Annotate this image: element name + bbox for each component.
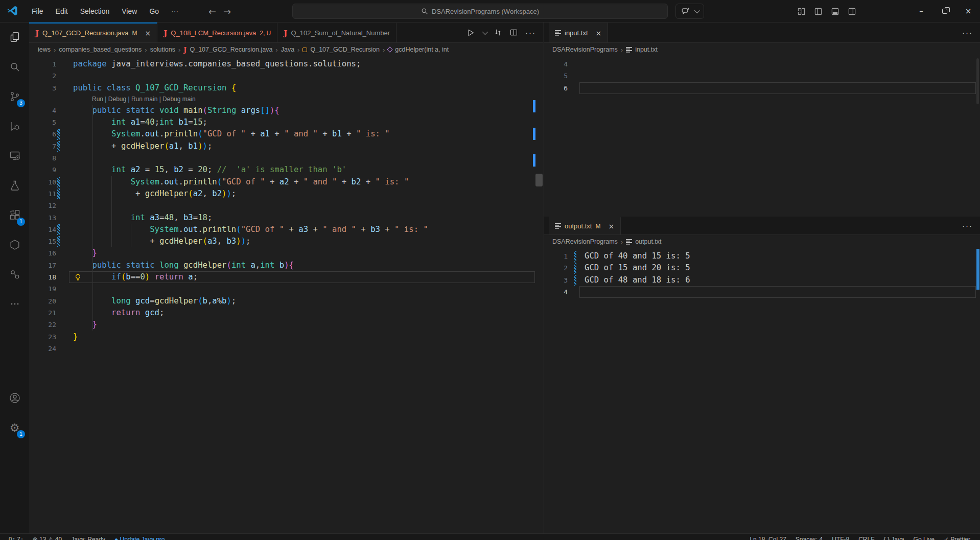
code-line[interactable]: 11 + gcdHelper(a2, b2)); [29,188,543,200]
status-bar-item[interactable]: UTF-8 [828,534,853,540]
code-line[interactable]: 6 System.out.println("GCD of " + a1 + " … [29,128,543,140]
code-line[interactable]: 8 [29,152,543,164]
code-line[interactable]: 1package java_interviews.companies_based… [29,58,543,70]
tab-q107-gcd-recursion[interactable]: J Q_107_GCD_Recursion.java M × [29,22,157,42]
more-actions-icon[interactable]: ··· [525,28,536,37]
code-line[interactable]: 7 + gcdHelper(a1, b1)); [29,140,543,152]
breadcrumb-item[interactable]: DSARevisionPrograms [552,238,618,245]
status-bar-item[interactable]: ⊗ 13 ⚠ 40 [29,534,66,540]
account-icon[interactable] [0,383,29,413]
settings-gear-icon[interactable]: ⚙ 1 [0,413,29,442]
tab-output-txt[interactable]: output.txt M × [549,217,621,234]
code-line[interactable]: 24 [29,343,543,355]
breadcrumb-item[interactable]: companies_based_questions [59,46,142,53]
more-views-icon[interactable] [0,289,29,319]
code-line[interactable]: 3GCD of 48 and 18 is: 6 [544,274,980,286]
code-line[interactable]: 4 public static void main(String args[])… [29,105,543,116]
code-line[interactable]: 14 System.out.println("GCD of " + a3 + "… [29,224,543,236]
customize-layout-icon[interactable] [797,7,806,16]
breadcrumb-item[interactable]: solutions [150,46,175,53]
menu-file[interactable]: File [26,5,50,18]
nav-forward-icon[interactable]: → [223,6,231,17]
code-editor-main[interactable]: 1package java_interviews.companies_based… [29,56,543,533]
code-line[interactable]: 13 int a3=48, b3=18; [29,212,543,224]
code-line[interactable]: 12 [29,200,543,212]
close-tab-icon[interactable]: × [145,29,151,37]
explorer-icon[interactable] [0,22,29,52]
code-line[interactable]: 4 [544,286,980,298]
copilot-button[interactable] [675,4,704,19]
source-control-icon[interactable]: 3 [0,82,29,111]
code-line[interactable]: 16 } [29,247,543,259]
code-line[interactable]: 1GCD of 40 and 15 is: 5 [544,250,980,262]
breadcrumb-item[interactable]: Java [281,46,294,53]
code-editor-input[interactable]: 456 [544,56,980,217]
code-editor-output[interactable]: 1GCD of 40 and 15 is: 52GCD of 15 and 20… [544,248,980,533]
split-editor-icon[interactable] [509,28,518,37]
run-debug-icon[interactable] [0,111,29,141]
organization-extension-icon[interactable] [0,260,29,289]
code-line[interactable]: 19 [29,283,543,295]
menu-edit[interactable]: Edit [50,5,74,18]
code-line[interactable]: 9 int a2 = 15, b2 = 20; // 'a' is smalle… [29,164,543,176]
restore-button[interactable] [933,0,956,22]
close-window-button[interactable]: × [956,0,980,22]
code-line[interactable]: 18 if(b==0) return a; [29,271,543,283]
breadcrumb-item[interactable]: DSARevisionPrograms [552,46,618,53]
code-line[interactable]: 17 public static long gcdHelper(int a,in… [29,260,543,271]
run-dropdown-chevron-icon[interactable] [482,29,488,34]
code-line[interactable]: 5 int a1=40;int b1=15; [29,116,543,128]
tab-q108-lcm-recursion[interactable]: J Q_108_LCM_Recursion.java 2, U [157,22,277,42]
status-bar-item[interactable]: Go Live [910,534,938,540]
synchronize-changes-icon[interactable] [494,28,502,37]
breadcrumb-item[interactable]: gcdHelper(int a, int [395,46,449,53]
menu-view[interactable]: View [115,5,143,18]
status-bar-item[interactable]: Java: Ready [67,534,109,540]
code-line[interactable]: 20 long gcd=gcdHelper(b,a%b); [29,295,543,307]
menu-more[interactable]: ··· [165,5,184,18]
code-line[interactable]: 22 } [29,319,543,331]
code-line[interactable]: 15 + gcdHelper(a3, b3)); [29,236,543,247]
tab-q102-sum-of-natural-number[interactable]: J Q_102_Sum_of_Natural_Number [277,22,396,42]
code-line[interactable]: 10 System.out.println("GCD of " + a2 + "… [29,176,543,188]
vertical-scrollbar[interactable] [976,58,979,104]
testing-icon[interactable] [0,171,29,200]
code-line[interactable]: 2 [29,70,543,82]
close-tab-icon[interactable]: × [596,29,602,37]
command-center-search[interactable]: DSARevisionPrograms (Workspace) [292,4,668,19]
status-bar-item[interactable]: Spaces: 4 [792,534,826,540]
breadcrumb-item[interactable]: input.txt [635,46,658,53]
vertical-scrollbar[interactable] [535,174,543,186]
toggle-panel-icon[interactable] [831,7,839,16]
tab-input-txt[interactable]: input.txt × [549,22,608,42]
close-tab-icon[interactable]: × [608,222,614,230]
code-line[interactable]: 5 [544,70,980,82]
breadcrumb-item[interactable]: Q_107_GCD_Recursion.java [190,46,272,53]
nav-back-icon[interactable]: ← [208,6,216,17]
hexagon-extension-icon[interactable] [0,230,29,260]
status-bar-item[interactable]: CRLF [855,534,878,540]
toggle-sidebar-left-icon[interactable] [814,7,823,16]
status-bar-item[interactable]: 0↑ 7↓ [5,534,27,540]
code-line[interactable]: 3public class Q_107_GCD_Recursion { [29,82,543,94]
search-sidebar-icon[interactable] [0,52,29,82]
breadcrumb-item[interactable]: Q_107_GCD_Recursion [310,46,380,53]
run-java-button[interactable] [466,28,475,37]
remote-explorer-icon[interactable] [0,141,29,171]
status-bar-item[interactable]: Ln 18, Col 27 [746,534,789,540]
toggle-sidebar-right-icon[interactable] [848,7,856,16]
status-bar-item[interactable]: { } Java [880,534,908,540]
code-line[interactable]: 4 [544,58,980,70]
code-line[interactable]: 21 return gcd; [29,307,543,319]
menu-go[interactable]: Go [143,5,165,18]
code-line[interactable]: 23} [29,331,543,343]
more-actions-icon[interactable]: ··· [962,221,973,230]
extensions-icon[interactable]: 1 [0,200,29,230]
more-actions-icon[interactable]: ··· [962,28,973,37]
menu-selection[interactable]: Selection [74,5,116,18]
minimize-button[interactable]: – [909,0,933,22]
codelens-actions[interactable]: Run | Debug | Run main | Debug main [29,94,543,105]
status-bar-item[interactable]: ✓ Prettier [940,534,974,540]
code-line[interactable]: 2GCD of 15 and 20 is: 5 [544,262,980,274]
status-bar-item[interactable]: ● Update Java pro… [111,534,175,540]
